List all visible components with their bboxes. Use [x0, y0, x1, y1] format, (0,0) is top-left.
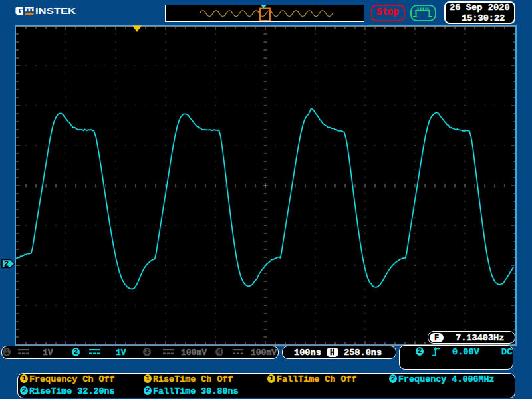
svg-text:INSTEK: INSTEK: [35, 6, 76, 16]
svg-text:2: 2: [4, 260, 9, 269]
